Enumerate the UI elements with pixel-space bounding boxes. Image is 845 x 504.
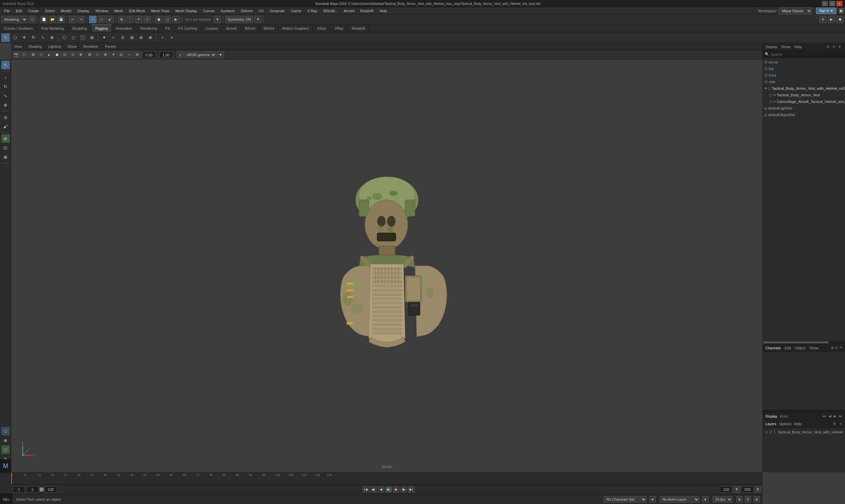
tool-render2[interactable]: ⬡ xyxy=(1,445,10,454)
view-tab-shading[interactable]: Shading xyxy=(27,44,43,49)
menu-arnold[interactable]: Arnold xyxy=(341,8,357,14)
cb-hscroll[interactable] xyxy=(763,410,845,412)
hud-btn[interactable]: ⬡ xyxy=(94,51,101,58)
live-surface-btn[interactable]: ▼ xyxy=(214,16,221,23)
layer-tab-options[interactable]: Options xyxy=(779,422,792,426)
cb-expand-btn[interactable]: ⏭ xyxy=(839,414,842,418)
char-set-btn[interactable]: ▼ xyxy=(649,496,656,503)
tree-cam-top[interactable]: 🎥 top xyxy=(763,65,845,72)
fps-expand-btn[interactable]: ▼ xyxy=(734,486,740,493)
preferences-btn[interactable]: ⚙ xyxy=(754,496,760,503)
filmgate-btn[interactable]: ⬡ xyxy=(20,51,28,58)
snap-btn[interactable]: ⊕ xyxy=(133,51,141,58)
layer-item-1[interactable]: V P Tactical_Body_Armor_Vest_with_Helmet xyxy=(764,429,844,436)
character-set-select[interactable]: No Character Set xyxy=(604,496,646,503)
next-key-btn[interactable]: |▶ xyxy=(400,487,407,492)
ipr-btn[interactable]: ◻ xyxy=(164,16,171,23)
tree-mesh-vest[interactable]: ⬡ ✦ Tactical_Body_Armor_Vest xyxy=(763,92,845,98)
gamma-icon-btn[interactable]: γ xyxy=(177,51,184,58)
prev-key-btn[interactable]: ◀| xyxy=(370,487,377,492)
tool-select[interactable]: ↖ xyxy=(1,61,10,69)
menu-window[interactable]: Window xyxy=(93,8,111,14)
mode-btn-1[interactable]: ⬡ xyxy=(29,16,36,23)
current-frame-input[interactable] xyxy=(26,486,39,493)
search-input[interactable] xyxy=(771,52,843,56)
menu-display[interactable]: Display xyxy=(75,8,92,14)
lasso-btn[interactable]: ⬡ xyxy=(98,16,105,23)
tab-motion-graphics[interactable]: Motion Graphics xyxy=(278,24,313,32)
tree-cam-side[interactable]: 🎥 side xyxy=(763,78,845,85)
tree-set-lights[interactable]: ◎ defaultLightSet xyxy=(763,105,845,111)
tab-animation[interactable]: Animation xyxy=(112,24,136,32)
go-end-btn[interactable]: ▶| xyxy=(408,487,415,492)
layer-icon-2[interactable]: ⊙ xyxy=(840,422,842,426)
cycle-btn[interactable]: ↻ xyxy=(745,496,751,503)
menu-help[interactable]: Help xyxy=(377,8,390,14)
start-frame-input[interactable] xyxy=(13,486,25,493)
tab-bifrost[interactable]: Bifrost xyxy=(241,24,260,32)
paint-sel-btn[interactable]: 🖌 xyxy=(106,16,114,23)
tool-soft-sel[interactable]: ◎ xyxy=(1,113,10,121)
auto-key-btn[interactable]: ⊕ xyxy=(736,496,742,503)
cb-icon-2[interactable]: ⊙ xyxy=(835,346,838,350)
stop-btn[interactable]: ⏹ xyxy=(837,16,844,23)
tool-snap-grid[interactable]: ⊞ xyxy=(1,134,10,143)
next-frame-btn[interactable]: ▶ xyxy=(393,487,399,492)
scale-tool-btn[interactable]: ⤡ xyxy=(38,33,47,42)
vp-lit-btn[interactable]: ● xyxy=(45,51,52,58)
cb-icon-3[interactable]: ✎ xyxy=(839,346,842,350)
tab-vray[interactable]: VRay xyxy=(330,24,348,32)
prev-frame-btn[interactable]: ◀ xyxy=(378,487,384,492)
save-btn[interactable]: 💾 xyxy=(57,16,65,23)
help-arrow[interactable]: ▶ xyxy=(839,8,844,14)
tab-mash[interactable]: MASH xyxy=(260,24,278,32)
snap-grid-btn[interactable]: ⊞ xyxy=(118,16,125,23)
lasso-tool-btn[interactable]: ⬡ xyxy=(11,33,19,42)
tab-poly-modeling[interactable]: Poly Modeling xyxy=(37,24,68,32)
menu-vray[interactable]: V-Ray xyxy=(305,8,320,14)
gamma-settings-btn[interactable]: ▼ xyxy=(217,51,224,58)
iso-btn[interactable]: ⊛ xyxy=(102,51,109,58)
obj-uvs-btn[interactable]: ⊞ xyxy=(87,33,96,42)
menu-surfaces[interactable]: Surfaces xyxy=(218,8,237,14)
outliner-display-tab[interactable]: Display xyxy=(765,45,777,49)
cb-prev-btn[interactable]: ◀ xyxy=(828,414,831,418)
tree-mesh-helmet[interactable]: ⬡ ✦ Camouflage_Airsoft_Tactical_Helmet_a… xyxy=(763,98,845,105)
universal-tool-btn[interactable]: ⊕ xyxy=(48,33,56,42)
anim-tab[interactable]: Anim xyxy=(780,414,788,418)
select-btn[interactable]: ↖ xyxy=(89,16,97,23)
tool-snap-2[interactable]: ⊡ xyxy=(1,143,10,152)
vp-layout-btn[interactable]: ⊞ xyxy=(29,51,37,58)
show-render-btn[interactable]: ▶ xyxy=(172,16,179,23)
undo-btn[interactable]: ↩ xyxy=(69,16,76,23)
tab-fx-caching[interactable]: FX Caching xyxy=(174,24,202,32)
render-btn[interactable]: ◼ xyxy=(155,16,162,23)
menu-redshift[interactable]: Redshift xyxy=(358,8,376,14)
menu-mesh[interactable]: Mesh xyxy=(111,8,126,14)
anim-layer-select[interactable]: No Anim Layer xyxy=(660,496,700,503)
3d-nav-btn[interactable]: ◎ xyxy=(118,51,125,58)
cb-tab-show[interactable]: Show xyxy=(809,346,818,350)
workspace-select[interactable]: Maya Classic xyxy=(779,7,812,15)
menu-curves[interactable]: Curves xyxy=(201,8,217,14)
plus-btn[interactable]: + xyxy=(158,33,167,42)
outliner-show-tab[interactable]: Show xyxy=(781,45,791,49)
menu-modify[interactable]: Modify xyxy=(58,8,74,14)
sign-in-button[interactable]: Sign In ▼ xyxy=(816,7,837,14)
mode-select[interactable]: Modeling Rigging Animation xyxy=(1,16,28,23)
frame-200-input[interactable] xyxy=(741,486,754,493)
menu-select[interactable]: Select xyxy=(42,8,58,14)
obj-edge-btn[interactable]: ◻ xyxy=(69,33,77,42)
ol-icon-2[interactable]: ⊙ xyxy=(831,44,837,50)
view-tab-lighting[interactable]: Lighting xyxy=(47,44,63,49)
tool-attr[interactable]: ⊕ xyxy=(1,436,10,445)
layer-tab-help[interactable]: Help xyxy=(794,422,802,426)
play-fwd-btn[interactable]: ▶ xyxy=(385,487,392,492)
cb-tab-channels[interactable]: Channels xyxy=(765,346,781,350)
view-tab-panels[interactable]: Panels xyxy=(104,44,118,49)
snap-surface-btn[interactable]: ⬡ xyxy=(144,16,151,23)
tab-arnold[interactable]: Arnold xyxy=(222,24,241,32)
anim-layer-btn[interactable]: ▼ xyxy=(702,496,709,503)
joint-tool-btn[interactable]: ✦ xyxy=(100,33,108,42)
vp-shading-btn[interactable]: ◻ xyxy=(37,51,45,58)
